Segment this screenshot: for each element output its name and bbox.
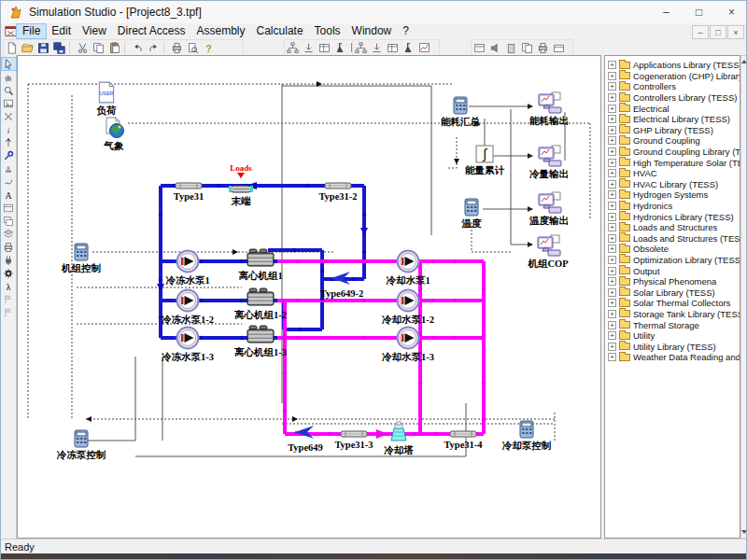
menu-file[interactable]: File bbox=[17, 24, 46, 38]
tree-item[interactable]: +Loads and Structures bbox=[605, 222, 740, 233]
tree-item[interactable]: +Electrical Library (TESS) bbox=[605, 114, 740, 125]
tree-item[interactable]: +Optimization Library (TESS) bbox=[605, 255, 740, 266]
child-minimize-button[interactable]: – bbox=[692, 25, 709, 39]
speaker-icon[interactable] bbox=[487, 41, 503, 55]
expand-icon[interactable]: + bbox=[608, 213, 616, 221]
tree-item[interactable]: +Output bbox=[605, 265, 740, 276]
tree-item[interactable]: +GHP Library (TESS) bbox=[605, 125, 740, 136]
tree-item[interactable]: +Solar Thermal Collectors bbox=[605, 298, 740, 309]
expand-icon[interactable]: + bbox=[608, 299, 616, 307]
undo-icon[interactable] bbox=[130, 41, 146, 55]
tree-scrollbar[interactable] bbox=[740, 55, 747, 539]
component-energy-integrator[interactable]: 能量累计 bbox=[449, 145, 520, 177]
tree-item[interactable]: +Ground Coupling bbox=[605, 135, 740, 147]
expand-icon[interactable]: + bbox=[608, 190, 616, 199]
component-cooling-tower[interactable]: 冷却塔 bbox=[363, 421, 434, 457]
columns-icon[interactable] bbox=[317, 41, 332, 55]
window2-icon[interactable] bbox=[2, 215, 16, 227]
insert-down-icon[interactable] bbox=[301, 41, 317, 55]
project-canvas[interactable]: USER 负荷 气象 Type31 Loads 末端 Type31-2 能耗汇总… bbox=[17, 55, 601, 539]
menu-direct-access[interactable]: Direct Access bbox=[112, 24, 191, 38]
tree-item[interactable]: +Hydronics Library (TESS) bbox=[605, 211, 740, 222]
menu-view[interactable]: View bbox=[77, 24, 112, 38]
frame-icon[interactable] bbox=[472, 41, 487, 55]
tree-item[interactable]: +High Temperature Solar (TESS) bbox=[605, 157, 740, 168]
component-chw-pump-1-2[interactable]: 冷冻水泵1-2 bbox=[152, 288, 223, 327]
expand-icon[interactable]: + bbox=[608, 159, 616, 167]
expand-icon[interactable]: + bbox=[608, 105, 616, 113]
menu-assembly[interactable]: Assembly bbox=[191, 24, 251, 38]
pointer-icon[interactable] bbox=[2, 58, 16, 70]
expand-icon[interactable]: + bbox=[608, 288, 616, 297]
expand-icon[interactable]: + bbox=[608, 61, 616, 69]
flag2-icon[interactable] bbox=[2, 306, 16, 318]
flag-icon[interactable] bbox=[2, 293, 16, 305]
component-type649-2[interactable]: Type649-2 bbox=[306, 269, 377, 299]
building-icon[interactable] bbox=[503, 41, 519, 55]
expand-icon[interactable]: + bbox=[608, 277, 616, 286]
expand-icon[interactable]: + bbox=[608, 256, 616, 264]
info-icon[interactable] bbox=[2, 123, 16, 135]
component-terminal[interactable]: Loads 末端 bbox=[205, 164, 276, 208]
printer2-icon[interactable] bbox=[535, 41, 551, 55]
library-tree[interactable]: +Applications Library (TESS)+Cogeneratio… bbox=[604, 55, 740, 539]
component-unit-control[interactable]: 机组控制 bbox=[46, 243, 117, 275]
minimize-button[interactable]: – bbox=[650, 1, 683, 22]
image-icon[interactable] bbox=[2, 97, 16, 109]
component-unit-cop[interactable]: 机组COP bbox=[513, 234, 584, 271]
component-temperature[interactable]: 温度 bbox=[436, 198, 507, 231]
copy-icon[interactable] bbox=[91, 41, 106, 55]
component-cw-pump-control[interactable]: 冷却泵控制 bbox=[491, 420, 562, 453]
tree-item[interactable]: +Electrical bbox=[605, 103, 740, 114]
expand-icon[interactable]: + bbox=[608, 331, 616, 340]
component-chiller-1[interactable]: 离心机组1 bbox=[225, 248, 296, 283]
tree-item[interactable]: +HVAC bbox=[605, 168, 740, 179]
gear-icon[interactable] bbox=[2, 267, 16, 279]
expand-icon[interactable]: + bbox=[608, 234, 616, 243]
component-cw-pump-1[interactable]: 冷却水泵1 bbox=[373, 249, 444, 287]
tree-item[interactable]: +Solar Library (TESS) bbox=[605, 287, 740, 298]
component-chiller-1-3[interactable]: 离心机组1-3 bbox=[225, 325, 296, 359]
tree-item[interactable]: +Storage Tank Library (TESS) bbox=[605, 309, 740, 320]
files-icon[interactable] bbox=[519, 41, 535, 55]
component-temperature-output[interactable]: 温度输出 bbox=[514, 191, 585, 228]
card-icon[interactable] bbox=[551, 41, 567, 55]
save-icon[interactable] bbox=[35, 41, 51, 55]
zoom-icon[interactable] bbox=[2, 84, 16, 96]
new-icon[interactable] bbox=[4, 41, 20, 55]
tree-item[interactable]: +Thermal Storage bbox=[605, 319, 740, 330]
expand-icon[interactable]: + bbox=[608, 321, 616, 329]
tree-item[interactable]: +Utility Library (TESS) bbox=[605, 341, 740, 352]
delete-icon[interactable] bbox=[2, 110, 16, 122]
component-cw-pump-1-2[interactable]: 冷却水泵1-2 bbox=[373, 288, 444, 327]
grid-icon[interactable] bbox=[385, 41, 401, 55]
component-weather[interactable]: 气象 bbox=[78, 117, 149, 153]
expand-icon[interactable]: + bbox=[608, 180, 616, 189]
expand-icon[interactable]: + bbox=[608, 267, 616, 275]
tree-item[interactable]: +Controllers bbox=[605, 81, 740, 92]
tree-item[interactable]: +Obsolete bbox=[605, 244, 740, 255]
tree-item[interactable]: +Controllers Library (TESS) bbox=[605, 92, 740, 104]
component-energy-summary[interactable]: 能耗汇总 bbox=[425, 96, 496, 129]
cut-icon[interactable] bbox=[75, 41, 91, 55]
menu-tools[interactable]: Tools bbox=[309, 24, 346, 38]
component-load[interactable]: USER 负荷 bbox=[71, 81, 142, 118]
expand-icon[interactable]: + bbox=[608, 245, 616, 253]
component-type31-2[interactable]: Type31-2 bbox=[303, 181, 374, 202]
beaker-icon[interactable] bbox=[401, 41, 416, 55]
hierarchy-icon[interactable] bbox=[353, 41, 369, 55]
component-type31-4[interactable]: Type31-4 bbox=[428, 429, 499, 450]
print-preview-icon[interactable] bbox=[185, 41, 201, 55]
ink-icon[interactable] bbox=[332, 41, 348, 55]
expand-icon[interactable]: + bbox=[608, 82, 616, 91]
title-bar[interactable]: Simulation Studio - [Project8_3.tpf] – □… bbox=[1, 1, 747, 23]
scroll-down-icon[interactable] bbox=[741, 530, 746, 537]
redo-icon[interactable] bbox=[146, 41, 162, 55]
component-chw-pump-1-3[interactable]: 冷冻水泵1-3 bbox=[152, 326, 223, 364]
hand-icon[interactable] bbox=[2, 71, 16, 83]
menu-window[interactable]: Window bbox=[346, 24, 398, 38]
tree-item[interactable]: +Utility bbox=[605, 330, 740, 342]
tree-item[interactable]: +Physical Phenomena bbox=[605, 276, 740, 287]
component-energy-output[interactable]: 能耗输出 bbox=[514, 91, 585, 128]
expand-icon[interactable]: + bbox=[608, 343, 616, 351]
